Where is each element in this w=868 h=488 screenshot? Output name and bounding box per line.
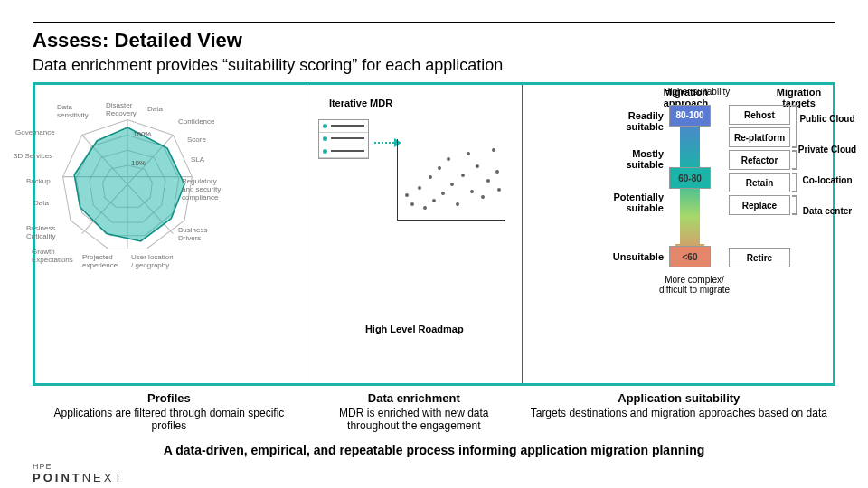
suitability-level: Potentially suitable [600, 192, 664, 213]
radar-axis-label: Data sensitivity [57, 103, 93, 119]
content-frame: DisasterRecovery Data Confidence Score S… [33, 82, 835, 386]
score-60-80: 60-80 [669, 167, 711, 189]
mdr-label: Iterative MDR [329, 98, 392, 108]
approach-refactor: Refactor [729, 150, 790, 170]
radar-axis-label: 3D Services [14, 152, 52, 160]
target-data-center: Data center [794, 201, 861, 221]
score-lt-60: <60 [669, 246, 711, 267]
pointnext-logo: POINTNEXT [33, 471, 124, 484]
radar-axis-label: Data [147, 105, 163, 113]
approach-retain: Retain [729, 173, 790, 192]
approach-replatform: Re-platform [729, 127, 790, 147]
radar-axis-label: Confidence [178, 117, 214, 126]
radar-tick: 10% [131, 159, 146, 167]
radar-axis-label: Score [187, 136, 206, 144]
approach-replace: Replace [729, 195, 790, 215]
target-private-cloud: Private Cloud [794, 139, 861, 159]
radar-axis-label: User location / geography [131, 253, 176, 269]
footer-statement: A data-driven, empirical, and repeatable… [33, 443, 835, 457]
radar-chart: DisasterRecovery Data Confidence Score S… [52, 108, 203, 260]
page-title: Assess: Detailed View [33, 29, 835, 52]
suitability-level: Unsuitable [600, 251, 664, 262]
desc-enrichment: Data enrichmentMDR is enriched with new … [306, 388, 523, 436]
radar-axis-label: Regulatory and security compliance [182, 177, 227, 202]
desc-suitability: Application suitabilityTargets destinati… [523, 388, 835, 436]
radar-tick: 100% [133, 130, 151, 138]
radar-axis-label: Projected experience [82, 253, 127, 269]
radar-axis-label: SLA [191, 155, 204, 164]
radar-axis-label: Governance [15, 128, 55, 136]
score-80-100: 80-100 [669, 105, 711, 127]
approach-rehost: Rehost [729, 105, 790, 125]
radar-axis-label: Data [33, 199, 49, 207]
approach-column: Rehost Re-platform Refactor Retain Repla… [729, 105, 790, 267]
suitability-level: Readily suitable [600, 110, 664, 132]
mdr-list-icon [318, 119, 369, 159]
col-suitability: Higher suitability Migration approach Mi… [522, 85, 833, 383]
hpe-logo: HPE POINTNEXT [33, 462, 124, 484]
radar-axis-label: Backup [26, 177, 51, 185]
more-complex-note: More complex/ difficult to migrate [658, 275, 731, 295]
descriptions-row: ProfilesApplications are filtered throug… [33, 388, 835, 436]
targets-column: Public Cloud Private Cloud Co-location D… [794, 108, 861, 221]
header-rule [33, 22, 835, 23]
hlr-label: High Level Roadmap [365, 324, 464, 334]
target-public-cloud: Public Cloud [794, 108, 861, 128]
col-enrichment: Iterative MDR High Level Roadmap [307, 85, 522, 383]
radar-axis-label: Business Drivers [178, 226, 214, 242]
approach-retire: Retire [729, 248, 790, 267]
page-subtitle: Data enrichment provides “suitability sc… [33, 56, 835, 75]
target-colocation: Co-location [794, 170, 861, 190]
radar-axis-label: Growth Expectations [32, 248, 82, 264]
col-profiles: DisasterRecovery Data Confidence Score S… [35, 85, 307, 383]
radar-axis-label: DisasterRecovery [106, 101, 137, 117]
suitability-level: Mostly suitable [600, 148, 664, 170]
score-bar: 80-100 60-80 <60 [669, 105, 711, 267]
scatter-chart [397, 139, 505, 221]
radar-axis-label: Business Criticality [26, 224, 62, 240]
desc-profiles: ProfilesApplications are filtered throug… [33, 388, 306, 436]
